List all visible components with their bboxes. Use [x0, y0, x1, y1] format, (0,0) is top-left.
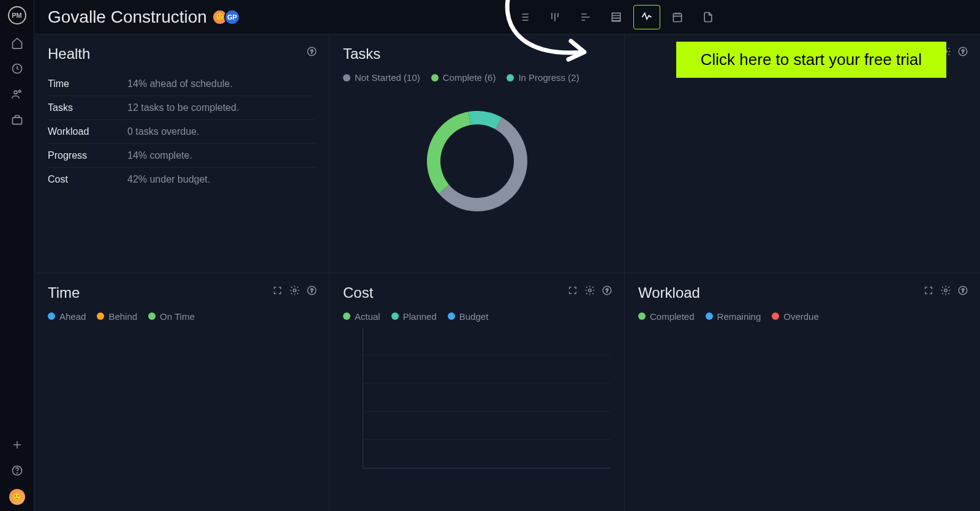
legend-dot-icon [507, 74, 514, 81]
legend-item[interactable]: Behind [97, 311, 137, 322]
legend-item[interactable]: Actual [343, 311, 380, 322]
svg-text:?: ? [606, 288, 609, 293]
svg-rect-3 [12, 118, 21, 124]
avatar-2[interactable]: GP [224, 9, 240, 25]
svg-point-16 [589, 289, 592, 292]
legend-dot-icon [48, 312, 55, 320]
legend-item[interactable]: Not Started (10) [343, 72, 420, 83]
legend-label: In Progress (2) [518, 72, 579, 83]
health-key: Cost [48, 174, 127, 185]
user-avatar[interactable]: 🙂 [9, 489, 25, 505]
expand-icon[interactable] [271, 284, 284, 297]
legend-dot-icon [391, 312, 399, 320]
health-key: Time [48, 78, 127, 89]
legend-dot-icon [343, 312, 350, 320]
legend-item[interactable]: Ahead [48, 311, 86, 322]
health-key: Workload [48, 126, 127, 137]
legend-item[interactable]: Remaining [706, 311, 761, 322]
view-calendar-icon[interactable] [664, 5, 691, 29]
health-value: 0 tasks overdue. [127, 126, 199, 137]
svg-point-1 [14, 91, 17, 94]
health-row: Time14% ahead of schedule. [48, 72, 315, 96]
health-value: 14% ahead of schedule. [127, 78, 233, 89]
gear-icon[interactable] [584, 284, 596, 297]
legend-item[interactable]: Overdue [772, 311, 819, 322]
dashboard-grid: ? Health Time14% ahead of schedule.Tasks… [34, 34, 980, 511]
panel-health: ? Health Time14% ahead of schedule.Tasks… [34, 34, 329, 273]
legend-label: Not Started (10) [355, 72, 420, 83]
help-icon[interactable]: ? [306, 284, 318, 297]
health-key: Progress [48, 150, 127, 161]
legend-dot-icon [343, 74, 350, 81]
gear-icon[interactable] [288, 284, 301, 297]
legend-item[interactable]: On Time [148, 311, 195, 322]
health-value: 12 tasks to be completed. [127, 102, 239, 113]
view-file-icon[interactable] [695, 5, 722, 29]
app-logo[interactable]: PM [8, 6, 26, 25]
tasks-donut-chart [343, 89, 611, 224]
legend-item[interactable]: Planned [391, 311, 437, 322]
health-row: Cost42% under budget. [48, 168, 315, 191]
legend-label: Overdue [783, 311, 819, 322]
gear-icon[interactable] [940, 284, 952, 297]
main-area: Click here to start your free trial Gova… [34, 0, 980, 511]
health-row: Progress14% complete. [48, 144, 315, 168]
svg-rect-6 [612, 13, 620, 21]
cost-legend: ActualPlannedBudget [343, 311, 611, 322]
legend-label: Completed [650, 311, 695, 322]
legend-dot-icon [148, 312, 156, 320]
view-sheet-icon[interactable] [603, 5, 630, 29]
svg-point-2 [18, 90, 20, 92]
legend-label: Budget [459, 311, 489, 322]
panel-time: ? Time AheadBehindOn Time [34, 273, 329, 512]
legend-dot-icon [638, 312, 646, 320]
topbar: Govalle Construction 🙂 GP [34, 0, 980, 34]
view-gantt-icon[interactable] [572, 5, 599, 29]
expand-icon[interactable] [567, 284, 579, 297]
panel-title: Health [48, 45, 315, 62]
legend-dot-icon [772, 312, 779, 320]
team-icon[interactable] [10, 87, 24, 102]
plus-icon[interactable] [10, 437, 24, 452]
svg-point-5 [17, 473, 17, 474]
cta-banner[interactable]: Click here to start your free trial [676, 42, 946, 78]
legend-item[interactable]: Complete (6) [431, 72, 496, 83]
view-dashboard-icon[interactable] [633, 5, 660, 29]
help-icon[interactable] [10, 463, 24, 478]
help-icon[interactable]: ? [957, 45, 969, 58]
legend-dot-icon [706, 312, 713, 320]
legend-item[interactable]: In Progress (2) [507, 72, 579, 83]
help-icon[interactable]: ? [601, 284, 613, 297]
view-switcher [511, 5, 967, 29]
legend-item[interactable]: Budget [448, 311, 489, 322]
svg-point-19 [944, 289, 948, 292]
legend-label: Complete (6) [443, 72, 496, 83]
legend-label: Actual [355, 311, 380, 322]
legend-label: Behind [108, 311, 137, 322]
help-icon[interactable]: ? [957, 284, 969, 297]
svg-text:?: ? [311, 49, 314, 55]
legend-item[interactable]: Completed [638, 311, 695, 322]
view-board-icon[interactable] [541, 5, 568, 29]
panel-tasks: Tasks Not Started (10)Complete (6)In Pro… [330, 34, 624, 273]
share-avatars[interactable]: 🙂 GP [216, 9, 240, 25]
panel-title: Tasks [343, 45, 611, 62]
help-icon[interactable]: ? [306, 45, 318, 58]
panel-workload: ? Workload CompletedRemainingOverdue [625, 273, 980, 512]
legend-label: Planned [403, 311, 437, 322]
panel-cost: ? Cost ActualPlannedBudget [330, 273, 624, 512]
expand-icon[interactable] [922, 284, 935, 297]
briefcase-icon[interactable] [10, 113, 24, 127]
health-row: Tasks12 tasks to be completed. [48, 96, 315, 120]
svg-text:?: ? [962, 49, 965, 55]
view-list-icon[interactable] [511, 5, 538, 29]
health-key: Tasks [48, 102, 127, 113]
health-value: 42% under budget. [127, 174, 210, 185]
svg-rect-7 [673, 13, 681, 21]
legend-dot-icon [97, 312, 104, 320]
workload-legend: CompletedRemainingOverdue [638, 311, 967, 322]
left-sidebar: PM 🙂 [0, 0, 34, 511]
clock-icon[interactable] [10, 61, 24, 76]
svg-text:?: ? [962, 288, 965, 293]
home-icon[interactable] [10, 36, 24, 50]
